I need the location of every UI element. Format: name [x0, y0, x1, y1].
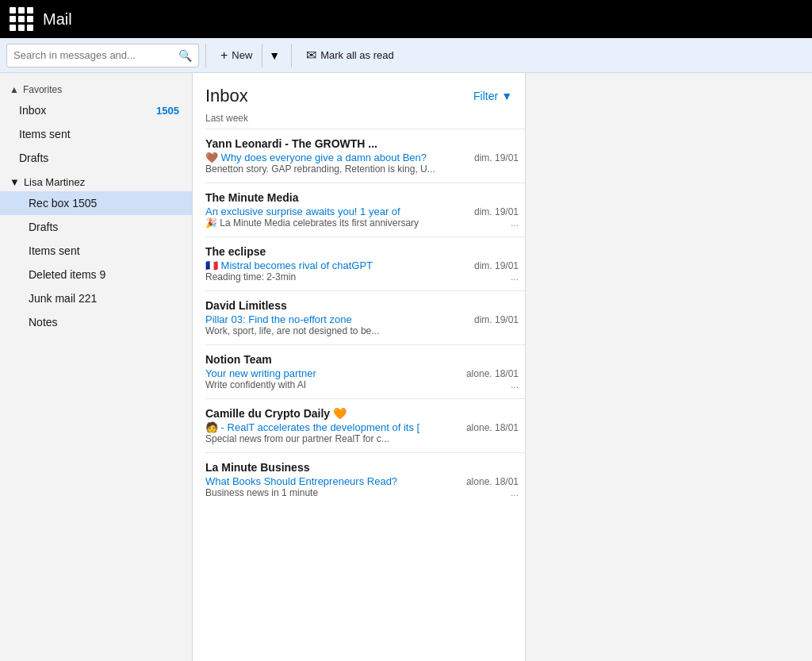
email-subject-2: 🇫🇷 Mistral becomes rival of chatGPT [205, 259, 469, 271]
filter-button[interactable]: Filter ▼ [473, 90, 512, 102]
triangle-icon: ▲ [10, 84, 19, 95]
email-preview-row-4: Write confidently with AI ... [205, 379, 519, 390]
email-dots-1: ... [511, 217, 519, 229]
email-preview-6: Business news in 1 minute [205, 487, 506, 498]
drafts-account-label: Drafts [29, 221, 58, 233]
date-separator: Last week [205, 113, 525, 124]
email-subject-5: 🧑 - RealT accelerates the development of… [205, 421, 462, 433]
toolbar-divider-1 [205, 44, 206, 67]
email-date-6: alone. 18/01 [466, 476, 519, 487]
email-item-1[interactable]: The Minute Media An exclusive surprise a… [205, 183, 525, 236]
email-subject-1: An exclusive surprise awaits you! 1 year… [205, 206, 469, 217]
email-sender-0: Yann Leonardi - The GROWTH ... [205, 137, 519, 150]
items-sent-account-label: Items sent [29, 244, 80, 257]
search-area[interactable]: 🔍 [6, 44, 199, 67]
filter-chevron-icon: ▼ [501, 90, 512, 102]
sidebar-item-rec-box[interactable]: Rec box 1505 [0, 191, 192, 215]
email-preview-3: Work, sport, life, are not designed to b… [205, 325, 519, 336]
email-sender-1: The Minute Media [205, 191, 519, 204]
new-label: New [232, 49, 252, 61]
email-item-4[interactable]: Notion Team Your new writing partner alo… [205, 344, 525, 398]
email-item-5[interactable]: Camille du Crypto Daily 🧡 🧑 - RealT acce… [205, 398, 525, 452]
inbox-badge: 1505 [156, 105, 179, 117]
account-name: Lisa Martinez [24, 176, 85, 188]
new-icon: + [220, 48, 228, 63]
email-item-6[interactable]: La Minute Business What Books Should Ent… [205, 452, 525, 506]
email-preview-1: 🎉 La Minute Media celebrates its first a… [205, 217, 506, 229]
collapse-icon: ▼ [10, 176, 20, 188]
email-preview-0: Benetton story. GAP rebranding, Retentio… [205, 163, 519, 175]
email-list-header: Inbox Filter ▼ [205, 86, 525, 106]
email-date-4: alone. 18/01 [466, 368, 519, 379]
email-sender-5: Camille du Crypto Daily 🧡 [205, 407, 519, 420]
email-preview-5: Special news from our partner RealT for … [205, 433, 519, 444]
sidebar-item-drafts[interactable]: Drafts [0, 146, 192, 170]
email-preview-2: Reading time: 2-3min [205, 271, 506, 282]
email-preview-row-2: Reading time: 2-3min ... [205, 271, 519, 282]
sidebar-item-items-sent[interactable]: Items sent [0, 122, 192, 146]
junk-mail-label: Junk mail 221 [29, 292, 97, 305]
mail-icon: ✉ [306, 48, 316, 63]
mark-all-read-button[interactable]: ✉ Mark all as read [298, 44, 401, 67]
email-subject-row-1: An exclusive surprise awaits you! 1 year… [205, 206, 519, 217]
email-preview-row-3: Work, sport, life, are not designed to b… [205, 325, 519, 336]
email-sender-4: Notion Team [205, 353, 519, 366]
search-input[interactable] [13, 49, 174, 61]
account-header[interactable]: ▼ Lisa Martinez [0, 170, 192, 191]
email-subject-0: 🤎 Why does everyone give a damn about Be… [205, 152, 469, 163]
email-subject-row-4: Your new writing partner alone. 18/01 [205, 367, 519, 379]
email-sender-3: David Limitless [205, 299, 519, 312]
email-item-2[interactable]: The eclipse 🇫🇷 Mistral becomes rival of … [205, 236, 525, 290]
email-date-2: dim. 19/01 [474, 260, 519, 271]
favorites-label: Favorites [23, 84, 62, 95]
email-subject-4: Your new writing partner [205, 367, 462, 379]
items-sent-label: Items sent [19, 128, 71, 140]
new-split [262, 44, 262, 67]
deleted-items-label: Deleted items 9 [29, 268, 105, 281]
notes-label: Notes [29, 316, 58, 329]
email-subject-row-6: What Books Should Entrepreneurs Read? al… [205, 475, 519, 487]
email-preview-row-5: Special news from our partner RealT for … [205, 433, 519, 444]
email-sender-2: The eclipse [205, 245, 519, 258]
new-button[interactable]: + New [213, 44, 260, 67]
email-date-0: dim. 19/01 [474, 152, 519, 163]
email-item-3[interactable]: David Limitless Pillar 03: Find the no-e… [205, 290, 525, 344]
email-subject-row-0: 🤎 Why does everyone give a damn about Be… [205, 152, 519, 163]
favorites-header: ▲ Favorites [0, 79, 192, 98]
email-sender-6: La Minute Business [205, 461, 519, 474]
email-preview-row-1: 🎉 La Minute Media celebrates its first a… [205, 217, 519, 229]
mark-all-read-label: Mark all as read [320, 49, 393, 61]
email-subject-6: What Books Should Entrepreneurs Read? [205, 475, 462, 487]
sidebar-item-inbox[interactable]: Inbox 1505 [0, 98, 192, 122]
drafts-label: Drafts [19, 152, 48, 164]
rec-box-label: Rec box 1505 [29, 197, 97, 209]
chevron-down-icon: ▼ [269, 49, 280, 62]
sidebar-item-drafts-account[interactable]: Drafts [0, 215, 192, 239]
sidebar-item-junk-mail[interactable]: Junk mail 221 [0, 286, 192, 310]
email-subject-row-5: 🧑 - RealT accelerates the development of… [205, 421, 519, 433]
email-subject-3: Pillar 03: Find the no-effort zone [205, 313, 469, 325]
inbox-title: Inbox [205, 86, 248, 106]
email-date-5: alone. 18/01 [466, 422, 519, 433]
email-list: Inbox Filter ▼ Last week Yann Leonardi -… [193, 73, 526, 661]
sidebar-item-notes[interactable]: Notes [0, 310, 192, 334]
email-dots-2: ... [511, 271, 519, 282]
filter-label: Filter [473, 90, 498, 102]
sidebar-item-items-sent-account[interactable]: Items sent [0, 239, 192, 263]
new-dropdown[interactable]: ▼ [264, 44, 285, 67]
email-preview-row-0: Benetton story. GAP rebranding, Retentio… [205, 163, 519, 175]
email-dots-6: ... [511, 487, 519, 498]
sidebar: ▲ Favorites Inbox 1505 Items sent Drafts… [0, 73, 193, 661]
main-area: ▲ Favorites Inbox 1505 Items sent Drafts… [0, 73, 812, 661]
email-preview-4: Write confidently with AI [205, 379, 506, 390]
email-date-1: dim. 19/01 [474, 206, 519, 217]
toolbar: 🔍 + New ▼ ✉ Mark all as read [0, 38, 812, 73]
sidebar-item-deleted-items[interactable]: Deleted items 9 [0, 263, 192, 286]
email-item-0[interactable]: Yann Leonardi - The GROWTH ... 🤎 Why doe… [205, 129, 525, 183]
right-panel [526, 73, 812, 661]
apps-icon[interactable] [10, 7, 33, 31]
inbox-label: Inbox [19, 104, 46, 117]
topbar: Mail [0, 0, 812, 38]
toolbar-divider-2 [291, 44, 292, 67]
email-dots-4: ... [511, 379, 519, 390]
